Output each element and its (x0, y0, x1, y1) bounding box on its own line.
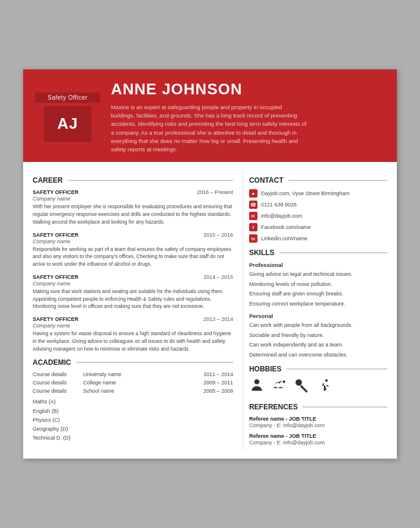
entry-job-title: SAFETY OFFICER (33, 274, 78, 280)
career-divider (68, 180, 233, 181)
entry-company: Company name (33, 281, 233, 287)
career-section-header: CAREER (33, 176, 233, 185)
hobbies-section-header: HOBBIES (249, 365, 387, 373)
skill-item: Ensuring staff are given enough breaks. (249, 290, 387, 298)
hobby-pingpong-icon (294, 378, 310, 397)
contact-section-header: CONTACT (249, 176, 387, 185)
skills-professional-label: Professional (249, 262, 387, 268)
linkedin-icon: in (249, 234, 257, 243)
hobby-run-icon (317, 378, 332, 397)
skills-title: SKILLS (249, 249, 275, 257)
contact-facebook: Facebook.com/name (261, 224, 311, 230)
hobby-swim-icon (272, 378, 287, 397)
entry-dates: 2013 – 2014 (203, 316, 233, 322)
entry-company: Company name (33, 323, 233, 329)
phone-icon: ☎ (249, 201, 257, 209)
entry-dates: 2015 – 2016 (203, 232, 233, 238)
skills-personal: Can work with people from all background… (249, 322, 387, 359)
skill-item: Can work with people from all background… (249, 322, 387, 330)
career-entries: SAFETY OFFICER 2016 – Present Company na… (33, 189, 233, 352)
header: Safety Officer AJ ANNE JOHNSON Maxine is… (23, 69, 397, 163)
skill-item: Monitoring levels of noise pollution. (249, 281, 387, 289)
resume: Safety Officer AJ ANNE JOHNSON Maxine is… (23, 69, 397, 459)
header-left: Safety Officer AJ (35, 93, 100, 142)
references-title: REFERENCES (249, 403, 298, 411)
location-icon: ● (249, 189, 257, 198)
entry-company: Company name (33, 238, 233, 244)
entry-dates: 2016 – Present (197, 189, 233, 195)
skills-divider (279, 252, 387, 253)
hobby-person-icon (249, 378, 265, 397)
reference-entry: Referee name - JOB TITLE Company - E: in… (249, 416, 387, 428)
svg-line-3 (301, 386, 307, 392)
svg-point-1 (282, 381, 285, 383)
reference-entries: Referee name - JOB TITLE Company - E: in… (249, 416, 387, 446)
contact-item: ✉ info@dayjob.com (249, 212, 387, 220)
contact-address: Dayjob.com, Vyse Street Birmingham (261, 190, 349, 196)
avatar-initials: AJ (57, 114, 78, 133)
contact-items: ● Dayjob.com, Vyse Street Birmingham ☎ 0… (249, 189, 387, 243)
career-entry: SAFETY OFFICER 2015 – 2016 Company name … (33, 232, 233, 268)
contact-item: f Facebook.com/name (249, 223, 387, 231)
skill-item: Sociable and friendly by nature. (249, 332, 387, 340)
references-section-header: REFERENCES (249, 403, 387, 411)
contact-email: info@dayjob.com (261, 213, 303, 219)
entry-job-title: SAFETY OFFICER (33, 316, 78, 322)
entry-desc: Making sure that work stations and seati… (33, 288, 233, 310)
right-column: CONTACT ● Dayjob.com, Vyse Street Birmin… (243, 170, 387, 450)
grades: Maths (A) English (B) Physics (C) Geogra… (33, 397, 233, 443)
academic-title: ACADEMIC (33, 358, 71, 367)
career-entry: SAFETY OFFICER 2014 – 2015 Company name … (33, 274, 233, 310)
skill-item: Can work independently and as a team. (249, 341, 387, 349)
academic-row: Course details College name 2009 – 2011 (33, 380, 233, 386)
ref-detail: Company - E: info@dayjob.com (249, 422, 387, 428)
career-entry: SAFETY OFFICER 2013 – 2014 Company name … (33, 316, 233, 352)
contact-phone: 0121 638 0026 (261, 202, 297, 208)
entry-job-title: SAFETY OFFICER (33, 189, 78, 195)
references-divider (303, 406, 387, 408)
academic-row: Course details School name 2005 – 2009 (33, 388, 233, 394)
hobbies-icons (249, 378, 387, 397)
contact-item: ● Dayjob.com, Vyse Street Birmingham (249, 189, 387, 198)
entry-desc: With her present employer she is respons… (33, 203, 233, 225)
applicant-name: ANNE JOHNSON (111, 80, 379, 98)
hobbies-divider (287, 368, 387, 370)
body: CAREER SAFETY OFFICER 2016 – Present Com… (23, 162, 397, 459)
entry-dates: 2014 – 2015 (203, 274, 233, 280)
svg-point-4 (325, 379, 327, 381)
contact-item: ☎ 0121 638 0026 (249, 201, 387, 209)
contact-item: in Linkedin.com/name (249, 234, 387, 243)
academic-divider (76, 362, 233, 363)
job-title-badge: Safety Officer (35, 93, 100, 103)
svg-point-2 (295, 379, 302, 386)
skills-personal-label: Personal (249, 313, 387, 319)
hobbies-title: HOBBIES (249, 365, 282, 373)
academic-section-header: ACADEMIC (33, 358, 233, 367)
academic-rows: Course details University name 2011 – 20… (33, 371, 233, 394)
entry-job-title: SAFETY OFFICER (33, 232, 78, 238)
entry-desc: Having a system for waste disposal to en… (33, 330, 233, 352)
facebook-icon: f (249, 223, 257, 231)
career-title: CAREER (33, 176, 63, 185)
left-column: CAREER SAFETY OFFICER 2016 – Present Com… (33, 170, 243, 450)
header-summary: Maxine is an expert at safeguarding peop… (111, 103, 307, 154)
skill-item: Determined and can overcome obstacles. (249, 351, 387, 360)
skills-section-header: SKILLS (249, 249, 387, 257)
entry-company: Company name (33, 196, 233, 202)
skills-professional: Giving advice on legal and technical iss… (249, 271, 387, 308)
contact-title: CONTACT (249, 176, 284, 185)
ref-name: Referee name - JOB TITLE (249, 416, 387, 422)
contact-linkedin: Linkedin.com/name (261, 236, 307, 241)
contact-divider (288, 180, 387, 181)
entry-desc: Responsible for working as part of a tea… (33, 246, 233, 268)
reference-entry: Referee name - JOB TITLE Company - E: in… (249, 433, 387, 446)
avatar: AJ (44, 106, 91, 142)
ref-name: Referee name - JOB TITLE (249, 433, 387, 439)
skill-item: Ensuring correct workplace temperature. (249, 300, 387, 308)
skill-item: Giving advice on legal and technical iss… (249, 271, 387, 279)
academic-row: Course details University name 2011 – 20… (33, 371, 233, 377)
career-entry: SAFETY OFFICER 2016 – Present Company na… (33, 189, 233, 225)
email-icon: ✉ (249, 212, 257, 220)
ref-detail: Company - E: info@dayjob.com (249, 440, 387, 446)
svg-point-0 (254, 379, 260, 384)
